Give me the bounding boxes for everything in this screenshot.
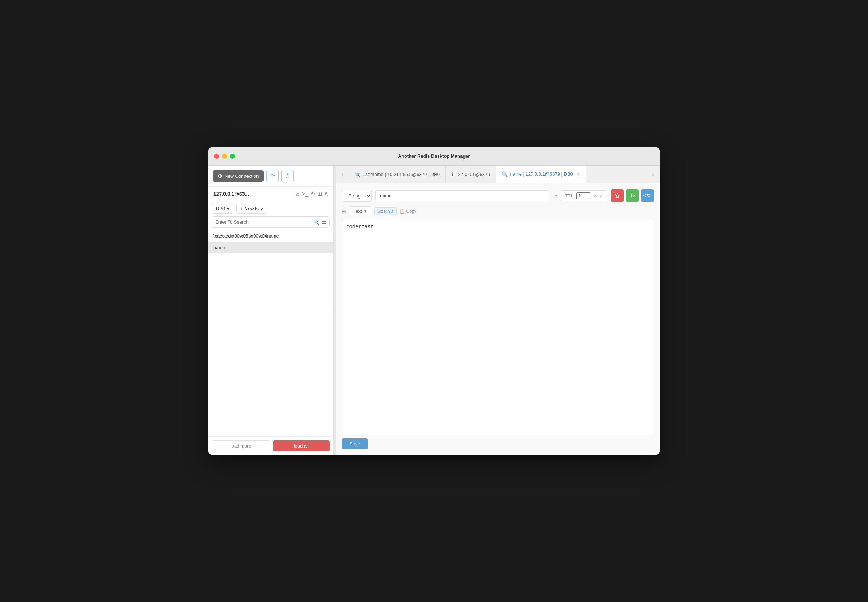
delete-key-button[interactable]: 🗑: [611, 189, 624, 202]
search-tab-active-icon: 🔍: [502, 171, 508, 177]
content-area: ‹ 🔍 username | 10.211.55.5@6379 | DB0 ℹ …: [336, 166, 660, 455]
search-input[interactable]: [215, 219, 311, 225]
clock-icon: ⏱: [285, 173, 291, 179]
ttl-section: TTL ✕ ✓: [561, 190, 607, 201]
trash-icon: 🗑: [614, 192, 620, 199]
value-format-label: Text: [354, 209, 362, 214]
copy-button[interactable]: 📋 Copy: [400, 209, 416, 214]
copy-label: Copy: [406, 209, 416, 214]
tab-username[interactable]: 🔍 username | 10.211.55.5@6379 | DB0: [349, 166, 446, 183]
key-type-select[interactable]: String: [341, 190, 372, 202]
value-toolbar: ⊟ Text ▾ Size: 9B 📋 Copy: [341, 206, 654, 216]
sidebar-controls: DB0 ▾ + New Key: [208, 201, 334, 217]
tab-spacer: [586, 166, 647, 183]
code-button[interactable]: </>: [641, 189, 654, 202]
app-window: Another Redis Desktop Manager ⊕ New Conn…: [208, 147, 660, 455]
tab-bar: ‹ 🔍 username | 10.211.55.5@6379 | DB0 ℹ …: [336, 166, 660, 183]
sidebar-footer: load more load all: [208, 436, 334, 455]
sidebar: ⊕ New Connection ⟳ ⏱ 127.0.0.1@63... ⌂ >…: [208, 166, 334, 455]
refresh-value-button[interactable]: ↻: [626, 189, 639, 202]
value-textarea[interactable]: codermast: [341, 219, 654, 435]
list-item[interactable]: \xac\xed\x00\x05t\x00\x04name: [208, 230, 334, 242]
db-selector[interactable]: DB0 ▾: [212, 204, 233, 213]
chevron-down-icon: ▾: [227, 206, 230, 211]
collapse-icon[interactable]: ∧: [324, 190, 328, 197]
key-list: \xac\xed\x00\x05t\x00\x04name name: [208, 230, 334, 436]
value-section: ⊟ Text ▾ Size: 9B 📋 Copy codermast: [341, 206, 654, 449]
filter-icon[interactable]: ☰: [321, 219, 326, 226]
key-toolbar: String ▾ TTL ✕ ✓ 🗑: [341, 189, 654, 202]
chevron-format-icon: ▾: [364, 209, 367, 214]
tab-label: 127.0.0.1@6379: [456, 172, 490, 177]
search-bar: 🔍 ☰: [212, 217, 330, 227]
new-key-button[interactable]: + New Key: [236, 204, 267, 213]
terminal-icon[interactable]: >_: [302, 190, 308, 197]
minimize-button[interactable]: [222, 154, 227, 159]
load-all-button[interactable]: load all: [273, 441, 330, 452]
value-format-button[interactable]: Text ▾: [349, 206, 371, 216]
list-item[interactable]: name: [208, 242, 334, 253]
ttl-clear-icon[interactable]: ✕: [593, 193, 597, 198]
load-more-button[interactable]: load more: [212, 441, 270, 452]
key-name: \xac\xed\x00\x05t\x00\x04name: [213, 233, 279, 239]
home-icon[interactable]: ⌂: [296, 190, 300, 197]
new-key-label: + New Key: [240, 206, 263, 211]
ttl-label: TTL: [565, 193, 573, 198]
window-title: Another Redis Desktop Manager: [398, 154, 470, 159]
reload-icon[interactable]: ↻: [311, 190, 315, 197]
tab-name[interactable]: 🔍 name | 127.0.0.1@6379 | DB0 ✕: [496, 166, 586, 183]
value-type-icon: ⊟: [341, 209, 346, 214]
ttl-actions: ✕ ✓: [593, 193, 603, 198]
key-editor: String ▾ TTL ✕ ✓ 🗑: [336, 183, 660, 455]
db-value: DB0: [216, 206, 225, 211]
search-tab-icon: 🔍: [355, 172, 361, 177]
key-name: name: [213, 245, 225, 250]
tab-label: username | 10.211.55.5@6379 | DB0: [363, 172, 440, 177]
grid-icon[interactable]: ⊞: [317, 190, 322, 197]
new-connection-label: New Connection: [225, 174, 259, 179]
refresh-connections-button[interactable]: ⟳: [266, 170, 279, 182]
plus-icon: ⊕: [218, 173, 222, 179]
close-button[interactable]: [214, 154, 219, 159]
close-tab-icon[interactable]: ✕: [577, 172, 580, 177]
action-buttons: 🗑 ↻ </>: [611, 189, 654, 202]
sidebar-header: ⊕ New Connection ⟳ ⏱: [208, 166, 334, 187]
server-actions: ⌂ >_ ↻ ⊞ ∧: [296, 190, 328, 197]
tab-info[interactable]: ℹ 127.0.0.1@6379: [446, 166, 496, 183]
titlebar: Another Redis Desktop Manager: [208, 147, 660, 166]
new-connection-button[interactable]: ⊕ New Connection: [213, 170, 263, 182]
info-tab-icon: ℹ: [452, 172, 453, 177]
sidebar-server: 127.0.0.1@63... ⌂ >_ ↻ ⊞ ∧: [208, 187, 334, 201]
tab-label: name | 127.0.0.1@6379 | DB0: [510, 171, 573, 177]
ttl-input[interactable]: [576, 192, 591, 199]
clock-button[interactable]: ⏱: [282, 170, 294, 182]
ttl-confirm-icon[interactable]: ✓: [599, 193, 603, 198]
maximize-button[interactable]: [230, 154, 235, 159]
code-icon: </>: [643, 192, 651, 199]
window-controls: [214, 154, 235, 159]
server-name: 127.0.0.1@63...: [213, 191, 249, 197]
copy-icon: 📋: [400, 209, 405, 214]
refresh-icon: ⟳: [270, 173, 275, 179]
key-name-arrow-icon: ▾: [555, 193, 557, 198]
search-icon: 🔍: [313, 219, 319, 225]
key-name-input[interactable]: [375, 190, 549, 201]
refresh-value-icon: ↻: [630, 192, 635, 199]
save-button[interactable]: Save: [341, 438, 368, 449]
tab-next-button[interactable]: ›: [647, 166, 660, 183]
size-badge: Size: 9B: [374, 207, 397, 215]
tab-prev-button[interactable]: ‹: [336, 166, 349, 183]
main-layout: ⊕ New Connection ⟳ ⏱ 127.0.0.1@63... ⌂ >…: [208, 166, 660, 455]
